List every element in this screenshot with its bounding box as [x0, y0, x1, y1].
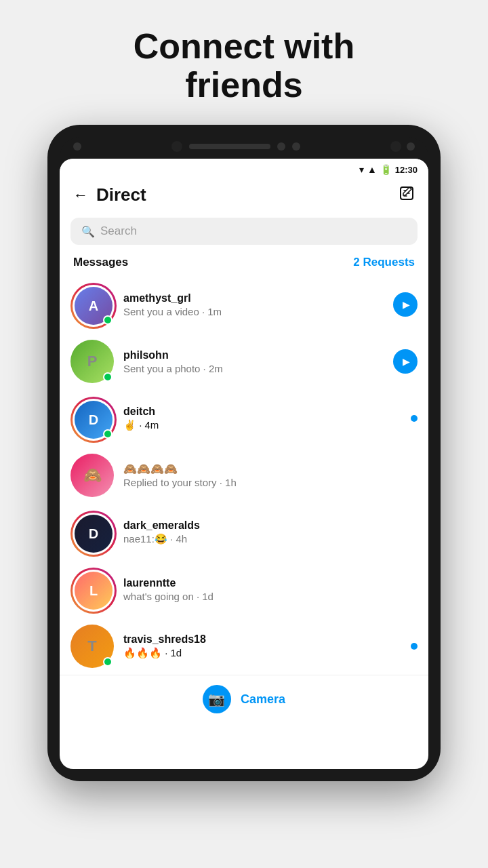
hero-title: Connect with friends [93, 0, 395, 125]
message-content: 🙈🙈🙈🙈 Replied to your story · 1h [123, 462, 408, 488]
avatar-story-ring: D [70, 511, 117, 557]
search-placeholder: Search [100, 224, 137, 238]
phone-camera-front [390, 141, 401, 152]
message-preview: 🔥🔥🔥 · 1d [123, 647, 401, 659]
avatar-wrap: T [70, 625, 114, 668]
message-action: ▶ [393, 292, 418, 317]
message-content: travis_shreds18 🔥🔥🔥 · 1d [123, 633, 401, 659]
message-username: travis_shreds18 [123, 633, 401, 646]
header-left: ← Direct [73, 184, 146, 205]
phone-dot-left [73, 142, 81, 151]
phone-dot-right [277, 142, 285, 151]
phone-dot-right2 [292, 142, 300, 151]
phone-speaker [189, 144, 270, 149]
list-item[interactable]: 🙈 🙈🙈🙈🙈 Replied to your story · 1h [60, 447, 428, 504]
search-icon: 🔍 [81, 225, 95, 238]
list-item[interactable]: P philsohn Sent you a photo · 2m ▶ [60, 333, 428, 390]
message-list: A amethyst_grl Sent you a video · 1m ▶ P… [60, 276, 428, 675]
online-indicator [103, 372, 113, 382]
camera-icon: 📷 [208, 691, 225, 707]
phone-camera [171, 141, 182, 152]
phone-frame: ▾ ▲ 🔋 12:30 ← Direct 🔍 Searc [47, 125, 441, 781]
compose-button[interactable] [399, 185, 415, 205]
requests-button[interactable]: 2 Requests [353, 256, 415, 269]
phone-screen: ▾ ▲ 🔋 12:30 ← Direct 🔍 Searc [60, 159, 428, 769]
message-username: 🙈🙈🙈🙈 [123, 462, 408, 475]
message-preview: Sent you a photo · 2m [123, 363, 384, 374]
battery-icon: 🔋 [380, 164, 392, 175]
online-indicator [103, 657, 113, 667]
list-item[interactable]: D dark_emeralds nae11:😂 · 4h [60, 504, 428, 561]
avatar-wrap: 🙈 [70, 454, 114, 497]
avatar-wrap: D [70, 511, 114, 554]
play-button[interactable]: ▶ [393, 349, 418, 374]
message-action [411, 415, 418, 422]
status-bar: ▾ ▲ 🔋 12:30 [60, 159, 428, 178]
messages-header: Messages 2 Requests [60, 253, 428, 276]
avatar-story-ring: L [70, 568, 117, 614]
play-icon: ▶ [403, 356, 410, 367]
play-icon: ▶ [403, 299, 410, 310]
message-username: philsohn [123, 349, 384, 361]
message-action: ▶ [393, 349, 418, 374]
message-action [411, 643, 418, 650]
avatar: D [75, 515, 113, 553]
phone-dot-extra [407, 142, 415, 151]
message-username: dark_emeralds [123, 519, 408, 532]
wifi-icon: ▾ [359, 164, 364, 175]
avatar: L [75, 572, 113, 610]
message-username: laurenntte [123, 577, 408, 589]
status-time: 12:30 [395, 165, 418, 175]
message-username: amethyst_grl [123, 292, 384, 304]
message-preview: what's going on · 1d [123, 591, 408, 602]
play-button[interactable]: ▶ [393, 292, 418, 317]
avatar-wrap: P [70, 340, 114, 383]
camera-label: Camera [241, 692, 285, 707]
unread-indicator [411, 415, 418, 422]
bottom-bar: 📷 Camera [60, 675, 428, 727]
message-content: deitch ✌️ · 4m [123, 406, 401, 431]
message-content: laurenntte what's going on · 1d [123, 577, 408, 602]
unread-indicator [411, 643, 418, 650]
status-icons: ▾ ▲ 🔋 12:30 [359, 164, 418, 175]
list-item[interactable]: T travis_shreds18 🔥🔥🔥 · 1d [60, 618, 428, 675]
page-title: Direct [96, 184, 146, 205]
list-item[interactable]: L laurenntte what's going on · 1d [60, 561, 428, 618]
messages-label: Messages [73, 256, 128, 269]
avatar-wrap: D [70, 397, 114, 440]
avatar: 🙈 [70, 454, 114, 497]
message-preview: Sent you a video · 1m [123, 306, 384, 317]
message-preview: nae11:😂 · 4h [123, 533, 408, 545]
message-content: amethyst_grl Sent you a video · 1m [123, 292, 384, 317]
message-username: deitch [123, 406, 401, 418]
online-indicator [103, 315, 113, 325]
list-item[interactable]: A amethyst_grl Sent you a video · 1m ▶ [60, 276, 428, 333]
message-content: dark_emeralds nae11:😂 · 4h [123, 519, 408, 545]
header: ← Direct [60, 178, 428, 212]
phone-notch [60, 137, 428, 159]
camera-button[interactable]: 📷 [203, 685, 231, 713]
back-button[interactable]: ← [73, 186, 88, 204]
avatar-wrap: L [70, 568, 114, 611]
search-bar[interactable]: 🔍 Search [70, 218, 418, 245]
message-content: philsohn Sent you a photo · 2m [123, 349, 384, 374]
online-indicator [103, 429, 113, 439]
message-preview: Replied to your story · 1h [123, 477, 408, 488]
message-preview: ✌️ · 4m [123, 419, 401, 431]
signal-icon: ▲ [367, 164, 377, 175]
avatar-wrap: A [70, 283, 114, 326]
list-item[interactable]: D deitch ✌️ · 4m [60, 390, 428, 447]
